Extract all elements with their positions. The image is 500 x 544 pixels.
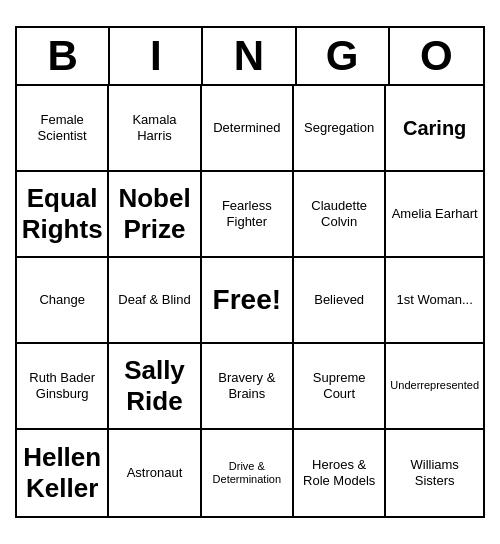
bingo-cell-20: Hellen Keller <box>17 430 109 516</box>
bingo-cell-15: Ruth Bader Ginsburg <box>17 344 109 430</box>
bingo-cell-2: Determined <box>202 86 294 172</box>
bingo-cell-7: Fearless Fighter <box>202 172 294 258</box>
bingo-cell-5: Equal Rights <box>17 172 109 258</box>
bingo-cell-12: Free! <box>202 258 294 344</box>
bingo-cell-9: Amelia Earhart <box>386 172 483 258</box>
header-letter-G: G <box>297 28 390 84</box>
bingo-cell-16: Sally Ride <box>109 344 201 430</box>
bingo-cell-14: 1st Woman... <box>386 258 483 344</box>
bingo-cell-19: Underrepresented <box>386 344 483 430</box>
header-letter-N: N <box>203 28 296 84</box>
bingo-cell-6: Nobel Prize <box>109 172 201 258</box>
bingo-cell-1: Kamala Harris <box>109 86 201 172</box>
bingo-cell-23: Heroes & Role Models <box>294 430 386 516</box>
bingo-cell-3: Segregation <box>294 86 386 172</box>
bingo-cell-11: Deaf & Blind <box>109 258 201 344</box>
bingo-cell-21: Astronaut <box>109 430 201 516</box>
bingo-cell-13: Believed <box>294 258 386 344</box>
bingo-header: BINGO <box>17 28 483 86</box>
header-letter-I: I <box>110 28 203 84</box>
bingo-card: BINGO Female ScientistKamala HarrisDeter… <box>15 26 485 518</box>
bingo-cell-18: Supreme Court <box>294 344 386 430</box>
bingo-cell-4: Caring <box>386 86 483 172</box>
bingo-cell-22: Drive & Determination <box>202 430 294 516</box>
bingo-cell-0: Female Scientist <box>17 86 109 172</box>
bingo-cell-24: Williams Sisters <box>386 430 483 516</box>
bingo-cell-17: Bravery & Brains <box>202 344 294 430</box>
bingo-grid: Female ScientistKamala HarrisDeterminedS… <box>17 86 483 516</box>
bingo-cell-8: Claudette Colvin <box>294 172 386 258</box>
header-letter-B: B <box>17 28 110 84</box>
header-letter-O: O <box>390 28 483 84</box>
bingo-cell-10: Change <box>17 258 109 344</box>
